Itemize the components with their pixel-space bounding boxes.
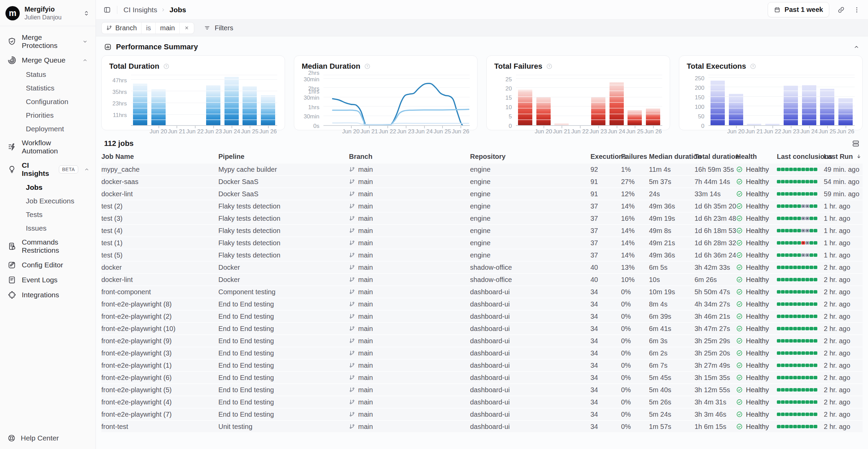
conclusion-success[interactable] (805, 327, 809, 331)
conclusion-success[interactable] (777, 364, 781, 367)
conclusion-success[interactable] (814, 217, 817, 220)
branch-filter-chip[interactable]: Branch is main (101, 22, 194, 34)
conclusion-success[interactable] (797, 266, 801, 269)
conclusion-success[interactable] (793, 229, 797, 233)
conclusion-success[interactable] (781, 302, 785, 306)
conclusion-success[interactable] (801, 192, 805, 196)
conclusion-success[interactable] (793, 364, 797, 367)
conclusion-success[interactable] (793, 253, 797, 257)
conclusion-success[interactable] (793, 425, 797, 429)
conclusion-success[interactable] (805, 278, 809, 282)
time-range-button[interactable]: Past 1 week (768, 2, 829, 17)
column-header-last-run[interactable]: Last Run (824, 153, 863, 161)
conclusion-success[interactable] (781, 217, 785, 220)
conclusion-success[interactable] (814, 425, 817, 429)
table-row[interactable]: front-testUnit testingmaindashboard-ui34… (101, 421, 863, 433)
conclusion-success[interactable] (777, 180, 781, 184)
sidebar-item-workflow-automation[interactable]: Workflow Automation (4, 136, 91, 158)
conclusion-success[interactable] (797, 229, 801, 233)
conclusion-success[interactable] (797, 278, 801, 282)
conclusion-success[interactable] (809, 364, 813, 367)
conclusion-success[interactable] (785, 266, 789, 269)
conclusion-success[interactable] (781, 241, 785, 245)
conclusion-success[interactable] (785, 327, 789, 331)
conclusion-success[interactable] (805, 168, 809, 171)
conclusion-success[interactable] (777, 400, 781, 404)
help-icon[interactable]: ? (163, 63, 170, 70)
conclusion-success[interactable] (777, 229, 781, 233)
sidebar-item-issues[interactable]: Issues (4, 221, 91, 235)
conclusion-success[interactable] (809, 241, 813, 245)
conclusion-success[interactable] (801, 339, 805, 343)
conclusion-success[interactable] (797, 339, 801, 343)
conclusion-success[interactable] (805, 266, 809, 269)
conclusion-success[interactable] (785, 388, 789, 392)
conclusion-success[interactable] (805, 376, 809, 380)
sidebar-item-statistics[interactable]: Statistics (4, 81, 91, 95)
conclusion-success[interactable] (789, 351, 793, 355)
conclusion-success[interactable] (809, 302, 813, 306)
conclusion-neutral[interactable] (805, 253, 809, 257)
help-icon[interactable]: ? (546, 63, 553, 70)
sidebar-item-merge-protections[interactable]: Merge Protections (4, 30, 91, 53)
conclusion-neutral[interactable] (801, 217, 805, 220)
conclusion-success[interactable] (809, 204, 813, 208)
conclusion-success[interactable] (785, 180, 789, 184)
conclusion-success[interactable] (789, 229, 793, 233)
sidebar-item-merge-queue[interactable]: Merge Queue (4, 53, 91, 68)
help-icon[interactable]: ? (750, 63, 756, 70)
conclusion-success[interactable] (793, 168, 797, 171)
conclusion-success[interactable] (781, 253, 785, 257)
conclusion-neutral[interactable] (801, 229, 805, 233)
conclusion-success[interactable] (805, 290, 809, 294)
conclusion-success[interactable] (781, 400, 785, 404)
conclusion-success[interactable] (805, 413, 809, 416)
conclusion-success[interactable] (793, 266, 797, 269)
conclusion-success[interactable] (789, 376, 793, 380)
table-row[interactable]: front-e2e-playwright (1)End to End testi… (101, 360, 863, 372)
conclusion-neutral[interactable] (805, 241, 809, 245)
conclusion-success[interactable] (809, 351, 813, 355)
conclusion-success[interactable] (814, 253, 817, 257)
conclusion-success[interactable] (797, 241, 801, 245)
table-row[interactable]: front-e2e-playwright (10)End to End test… (101, 323, 863, 335)
conclusion-success[interactable] (809, 266, 813, 269)
conclusion-success[interactable] (781, 388, 785, 392)
conclusion-success[interactable] (805, 425, 809, 429)
conclusion-success[interactable] (777, 266, 781, 269)
conclusion-failure[interactable] (801, 241, 805, 245)
conclusion-success[interactable] (785, 425, 789, 429)
help-center-link[interactable]: Help Center (0, 427, 96, 449)
conclusion-success[interactable] (785, 302, 789, 306)
conclusion-success[interactable] (801, 266, 805, 269)
conclusion-success[interactable] (793, 241, 797, 245)
conclusion-success[interactable] (785, 204, 789, 208)
conclusion-success[interactable] (781, 192, 785, 196)
conclusion-success[interactable] (814, 204, 817, 208)
conclusion-success[interactable] (814, 327, 817, 331)
conclusion-success[interactable] (789, 253, 793, 257)
conclusion-success[interactable] (801, 180, 805, 184)
column-header-failures[interactable]: Failures (621, 153, 649, 161)
conclusion-success[interactable] (805, 364, 809, 367)
table-row[interactable]: front-e2e-playwright (8)End to End testi… (101, 298, 863, 311)
conclusion-success[interactable] (781, 351, 785, 355)
table-row[interactable]: docker-saasDocker SaaSmainengine9127%5m … (101, 176, 863, 188)
conclusion-success[interactable] (801, 290, 805, 294)
conclusion-success[interactable] (801, 351, 805, 355)
column-header-median-duration[interactable]: Median duration (649, 153, 695, 161)
conclusion-success[interactable] (777, 253, 781, 257)
conclusion-success[interactable] (797, 290, 801, 294)
conclusion-success[interactable] (814, 364, 817, 367)
conclusion-success[interactable] (809, 376, 813, 380)
conclusion-success[interactable] (785, 168, 789, 171)
conclusion-success[interactable] (793, 351, 797, 355)
conclusion-success[interactable] (793, 180, 797, 184)
conclusion-success[interactable] (793, 413, 797, 416)
sidebar-item-jobs[interactable]: Jobs (4, 181, 91, 194)
conclusion-success[interactable] (793, 302, 797, 306)
conclusion-success[interactable] (797, 351, 801, 355)
conclusion-success[interactable] (805, 400, 809, 404)
conclusion-success[interactable] (777, 339, 781, 343)
table-row[interactable]: front-e2e-playwright (4)End to End testi… (101, 396, 863, 409)
